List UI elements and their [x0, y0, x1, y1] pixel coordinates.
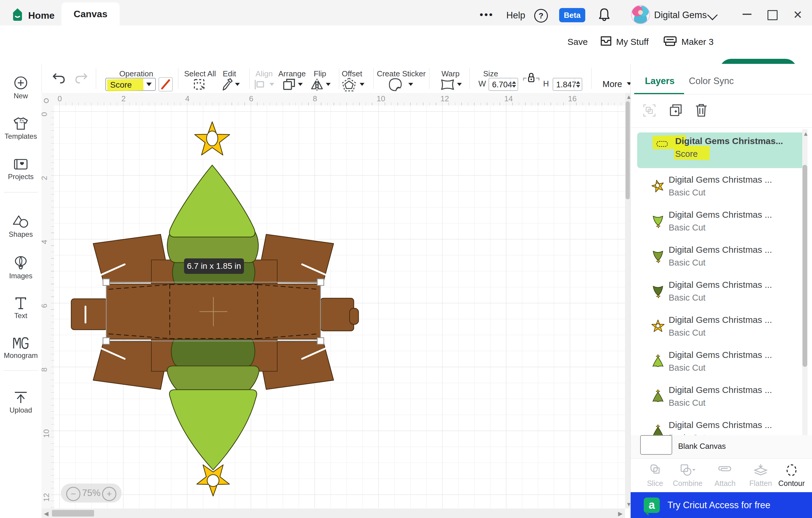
- layer-row[interactable]: Digital Gems Christmas ... Basic Cut: [631, 241, 806, 276]
- layer-row[interactable]: Digital Gems Christmas ... Basic Cut: [631, 311, 806, 346]
- layers-scrollbar[interactable]: ▲ ▼: [802, 129, 808, 456]
- size-lock-icon[interactable]: [523, 72, 540, 84]
- sidebar-item-images[interactable]: Images: [0, 256, 41, 280]
- width-stepper[interactable]: [510, 78, 518, 90]
- canvas-vertical-scrollbar[interactable]: ▲ ▼: [625, 93, 630, 509]
- scroll-right-arrow-icon[interactable]: ▶: [618, 510, 622, 517]
- tab-color-sync[interactable]: Color Sync: [689, 76, 734, 86]
- sidebar-item-projects[interactable]: Projects: [0, 158, 41, 181]
- select-all-icon[interactable]: [194, 79, 207, 90]
- toolbar-divider: [178, 68, 178, 89]
- arrange-label: Arrange: [279, 69, 306, 78]
- sidebar-item-text[interactable]: Text: [0, 297, 41, 320]
- warp-caret-icon[interactable]: [457, 83, 462, 86]
- avatar[interactable]: [631, 5, 650, 24]
- tree-bottom-star-hole: [207, 474, 219, 487]
- layer-row[interactable]: Digital Gems Christmas ... Basic Cut: [631, 346, 806, 381]
- height-input[interactable]: 1.847: [553, 78, 582, 91]
- sidebar-item-monogram[interactable]: Monogram: [0, 336, 41, 360]
- blank-canvas-row[interactable]: Blank Canvas: [631, 435, 812, 458]
- box-right-tab[interactable]: [321, 298, 354, 331]
- tab-layers[interactable]: Layers: [645, 76, 675, 86]
- layer-row[interactable]: Digital Gems Christmas ... Basic Cut: [631, 171, 806, 206]
- layer-row[interactable]: Digital Gems Christmas ... Basic Cut: [631, 206, 806, 241]
- my-stuff-link[interactable]: My Stuff: [616, 37, 648, 47]
- sidebar-item-templates[interactable]: Templates: [0, 117, 41, 140]
- blank-canvas-label: Blank Canvas: [678, 442, 726, 451]
- edit-caret-icon[interactable]: [235, 83, 240, 86]
- cricut-home-logo-icon[interactable]: [12, 8, 23, 21]
- help-link[interactable]: Help: [506, 10, 525, 21]
- duplicate-icon[interactable]: [669, 103, 683, 117]
- scroll-left-arrow-icon[interactable]: ◀: [44, 510, 48, 517]
- width-input[interactable]: 6.704: [489, 78, 518, 91]
- sidebar-item-shapes[interactable]: Shapes: [0, 215, 41, 239]
- create-sticker-icon[interactable]: [388, 78, 402, 92]
- zoom-in-button[interactable]: +: [102, 487, 116, 501]
- project-header: Untitled Project* Save My Stuff Maker 3 …: [0, 26, 812, 64]
- layer-row[interactable]: Digital Gems Christmas ... Basic Cut: [631, 276, 806, 311]
- operation-caret-icon: [146, 83, 152, 86]
- height-value: 1.847: [556, 80, 576, 89]
- height-stepper[interactable]: [574, 78, 582, 90]
- tree-top-cone[interactable]: [170, 165, 255, 237]
- vertical-scroll-thumb[interactable]: [626, 101, 630, 199]
- undo-button[interactable]: [52, 73, 65, 85]
- window-close-button[interactable]: ✕: [793, 8, 803, 21]
- sidebar-item-upload[interactable]: Upload: [0, 390, 41, 414]
- ruler-origin-corner[interactable]: [41, 93, 54, 106]
- canvas-tab[interactable]: Canvas: [61, 2, 120, 26]
- contour-button[interactable]: Contour: [774, 464, 809, 488]
- cone-layer-icon: [651, 284, 665, 298]
- blank-canvas-swatch[interactable]: [640, 435, 672, 455]
- edit-pencil-icon[interactable]: [222, 78, 233, 91]
- home-tab[interactable]: Home: [28, 10, 55, 21]
- warp-icon[interactable]: [440, 79, 455, 90]
- window-maximize-button[interactable]: [767, 10, 778, 20]
- cricut-access-banner[interactable]: a Try Cricut Access for free: [631, 492, 812, 518]
- tree-bottom-cone[interactable]: [170, 390, 257, 470]
- tree-bottom-band-mid[interactable]: [167, 366, 259, 391]
- redo-button[interactable]: [75, 73, 88, 85]
- arrange-icon[interactable]: [283, 78, 296, 91]
- overflow-menu-icon[interactable]: •••: [480, 9, 494, 21]
- sidebar-item-new[interactable]: New: [0, 76, 41, 100]
- tree-bottom-band-dark[interactable]: [171, 339, 255, 366]
- arrange-caret-icon[interactable]: [298, 83, 303, 86]
- flip-icon[interactable]: [311, 78, 323, 91]
- save-button[interactable]: Save: [568, 37, 588, 47]
- delete-trash-icon[interactable]: [695, 103, 708, 117]
- canvas-grid[interactable]: 6.7 in x 1.85 in − 75% +: [54, 105, 625, 509]
- design-artwork[interactable]: [54, 105, 625, 509]
- notifications-bell-icon[interactable]: [598, 8, 611, 22]
- my-stuff-icon[interactable]: [600, 35, 612, 47]
- offset-icon[interactable]: [342, 78, 356, 92]
- create-sticker-caret-icon[interactable]: [408, 83, 413, 86]
- more-button[interactable]: More: [603, 79, 622, 89]
- box-left-tab[interactable]: [71, 299, 108, 330]
- toolbar-divider: [339, 68, 339, 89]
- panel-divider: [631, 94, 812, 94]
- layers-scroll-thumb[interactable]: [803, 165, 807, 367]
- canvas-horizontal-scrollbar[interactable]: ◀ ▶: [41, 509, 625, 518]
- account-name[interactable]: Digital Gems: [654, 10, 707, 21]
- machine-icon[interactable]: [664, 36, 677, 46]
- layers-scroll-up-icon[interactable]: ▲: [803, 130, 809, 137]
- canvas-area: 0 2 4 6 8 10 12 14 16 0 2 4 6 8 10 12: [41, 93, 630, 518]
- horizontal-scroll-thumb[interactable]: [52, 510, 94, 517]
- panel-divider: [631, 458, 812, 459]
- score-line-color-swatch[interactable]: [158, 77, 173, 91]
- machine-select[interactable]: Maker 3: [682, 37, 714, 47]
- operation-select[interactable]: Score: [105, 78, 156, 91]
- flip-label: Flip: [314, 69, 326, 78]
- layer-row[interactable]: Digital Gems Christmas ... Basic Cut: [631, 381, 806, 416]
- help-icon[interactable]: ?: [534, 9, 548, 23]
- titlebar: Home Canvas ••• Help ? Beta Digital Gems…: [0, 0, 812, 26]
- window-minimize-button[interactable]: [743, 13, 751, 15]
- layer-row-selected[interactable]: Digital Gems Christmas... Score: [637, 133, 806, 168]
- design-sidebar: New Templates Projects Shapes: [0, 64, 42, 518]
- account-chevron-down-icon[interactable]: [707, 10, 718, 20]
- flip-caret-icon[interactable]: [326, 83, 330, 86]
- offset-caret-icon[interactable]: [360, 83, 365, 86]
- size-tooltip: 6.7 in x 1.85 in: [184, 258, 244, 274]
